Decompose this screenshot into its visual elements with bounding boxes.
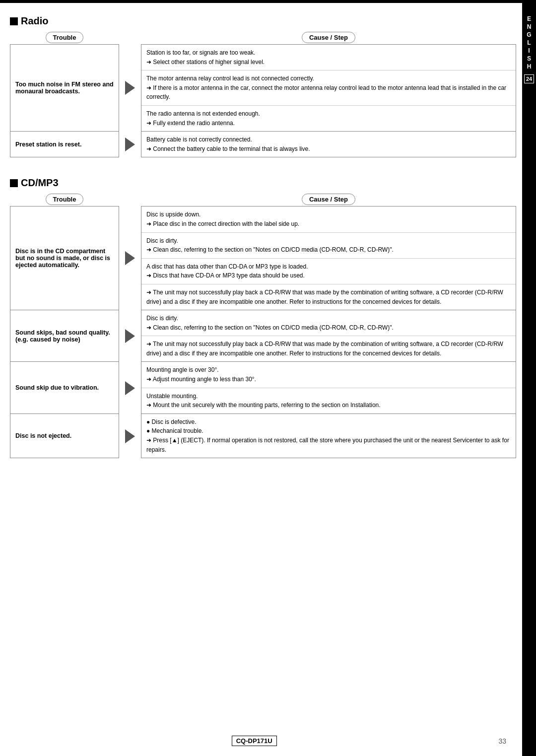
radio-header-row: Trouble Cause / Step [10, 32, 516, 43]
radio-cause-2-1-normal: Battery cable is not correctly connected… [146, 136, 252, 143]
cdmp3-cause-1-2-normal: Disc is dirty. [146, 237, 178, 244]
cdmp3-trouble-3: Sound skip due to vibration. [10, 362, 119, 413]
cdmp3-cause-2-1-normal: Disc is dirty. [146, 315, 178, 322]
cdmp3-row-2: Sound skips, bad sound quality. (e.g. ca… [10, 310, 516, 362]
cdmp3-cause-1-2: Disc is dirty. ➜ Clean disc, referring t… [141, 233, 516, 259]
radio-cause-1-3-bold: ➜ Fully extend the radio antenna. [146, 120, 235, 127]
side-tab-letter-s: S [527, 55, 531, 63]
cdmp3-cause-3-2-normal: Unstable mounting. [146, 393, 198, 400]
cdmp3-cause-4-1: ● Disc is defective. ● Mechanical troubl… [141, 414, 516, 458]
cdmp3-cause-label: Cause / Step [302, 194, 355, 205]
cdmp3-title-text: CD/MP3 [21, 177, 59, 189]
cdmp3-cause-3-1-bold: ➜ Adjust mounting angle to less than 30°… [146, 376, 256, 383]
radio-section: Radio Trouble Cause / Step Too much nois… [10, 15, 516, 157]
arrow-triangle-icon-3 [125, 251, 135, 265]
cdmp3-cause-3-2: Unstable mounting. ➜ Mount the unit secu… [141, 388, 516, 413]
cdmp3-cause-4-1-bold: ➜ Press [▲] (EJECT). If normal operation… [146, 437, 509, 453]
radio-row-1: Too much noise in FM stereo and monaural… [10, 44, 516, 132]
cdmp3-cause-4-1-bullet2: ● Mechanical trouble. [146, 427, 203, 434]
radio-trouble-label: Trouble [46, 32, 84, 43]
radio-title-square [10, 17, 18, 25]
radio-cause-1-3-normal: The radio antenna is not extended enough… [146, 110, 260, 117]
cdmp3-cause-1-4: ➜ The unit may not successfully play bac… [141, 284, 516, 310]
cdmp3-cause-1-3: A disc that has data other than CD-DA or… [141, 259, 516, 284]
cdmp3-cause-2-2: ➜ The unit may not successfully play bac… [141, 336, 516, 361]
cdmp3-cause-1-2-bold: ➜ Clean disc, referring to the section o… [146, 246, 394, 253]
cdmp3-causes-3: Mounting angle is over 30°. ➜ Adjust mou… [141, 362, 516, 413]
radio-arrow-1 [119, 44, 141, 132]
radio-cause-header: Cause / Step [141, 32, 516, 43]
page-number: 33 [498, 737, 506, 745]
side-tab-letter-l: L [527, 39, 531, 47]
radio-cause-2-1: Battery cable is not correctly connected… [141, 132, 516, 157]
cdmp3-trouble-1: Disc is in the CD compartment but no sou… [10, 206, 119, 310]
radio-trouble-1-text: Too much noise in FM stereo and monaural… [15, 81, 114, 95]
cdmp3-cause-2-2-bold: ➜ The unit may not successfully play bac… [146, 341, 503, 357]
cdmp3-cause-1-1: Disc is upside down. ➜ Place disc in the… [141, 206, 516, 232]
cdmp3-cause-2-1: Disc is dirty. ➜ Clean disc, referring t… [141, 310, 516, 336]
cdmp3-cause-1-4-bold: ➜ The unit may not successfully play bac… [146, 289, 503, 305]
arrow-triangle-icon-5 [125, 381, 135, 395]
cdmp3-row-1: Disc is in the CD compartment but no sou… [10, 206, 516, 310]
arrow-triangle-icon [125, 81, 135, 95]
side-tab-letter-e: E [527, 15, 531, 23]
cdmp3-row-4: Disc is not ejected. ● Disc is defective… [10, 414, 516, 458]
cdmp3-row-3: Sound skip due to vibration. Mounting an… [10, 362, 516, 413]
cdmp3-trouble-label: Trouble [46, 194, 84, 205]
side-tab-letter-i: I [528, 47, 530, 55]
cdmp3-causes-4: ● Disc is defective. ● Mechanical troubl… [141, 414, 516, 458]
model-number: CQ-DP171U [232, 736, 277, 746]
cdmp3-section-title: CD/MP3 [10, 177, 516, 189]
cdmp3-cause-3-2-bold: ➜ Mount the unit securely with the mount… [146, 402, 381, 409]
side-tab-letter-h: H [527, 63, 532, 70]
cdmp3-trouble-header: Trouble [10, 194, 119, 205]
arrow-triangle-icon-6 [125, 429, 135, 443]
side-tab-letter-g: G [527, 31, 531, 39]
page-footer: CQ-DP171U 33 [0, 736, 516, 746]
radio-cause-1-1-normal: Station is too far, or signals are too w… [146, 49, 255, 56]
cdmp3-trouble-2: Sound skips, bad sound quality. (e.g. ca… [10, 310, 119, 362]
radio-cause-1-2-bold: ➜ If there is a motor antenna in the car… [146, 84, 506, 101]
radio-trouble-1: Too much noise in FM stereo and monaural… [10, 44, 119, 132]
radio-causes-2: Battery cable is not correctly connected… [141, 132, 516, 157]
side-tab-letters: E N G L I S H 24 [524, 15, 534, 83]
side-tab-letter-n: N [527, 23, 532, 31]
arrow-triangle-icon-4 [125, 329, 135, 343]
cdmp3-trouble-4: Disc is not ejected. [10, 414, 119, 458]
cdmp3-cause-1-1-normal: Disc is upside down. [146, 211, 201, 218]
radio-cause-1-2-normal: The motor antenna relay control lead is … [146, 75, 314, 82]
radio-section-title: Radio [10, 15, 516, 27]
cdmp3-title-square [10, 179, 18, 187]
radio-title-text: Radio [21, 15, 49, 27]
top-border-decoration [0, 0, 536, 3]
cdmp3-cause-1-3-bold: ➜ Discs that have CD-DA or MP3 type data… [146, 272, 305, 279]
radio-trouble-2-text: Preset station is reset. [15, 141, 81, 148]
cdmp3-cause-3-1: Mounting angle is over 30°. ➜ Adjust mou… [141, 362, 516, 388]
cdmp3-header-row: Trouble Cause / Step [10, 194, 516, 205]
cdmp3-arrow-3 [119, 362, 141, 413]
side-tab-number: 24 [524, 74, 534, 83]
radio-arrow-2 [119, 132, 141, 157]
cdmp3-trouble-2-text: Sound skips, bad sound quality. (e.g. ca… [15, 329, 114, 343]
radio-row-2: Preset station is reset. Battery cable i… [10, 132, 516, 157]
cdmp3-trouble-4-text: Disc is not ejected. [15, 432, 71, 439]
radio-cause-2-1-bold: ➜ Connect the battery cable to the termi… [146, 145, 310, 152]
cdmp3-arrow-1 [119, 206, 141, 310]
radio-cause-1-1: Station is too far, or signals are too w… [141, 45, 516, 70]
radio-trouble-header: Trouble [10, 32, 119, 43]
cdmp3-trouble-1-text: Disc is in the CD compartment but no sou… [15, 248, 114, 269]
main-content: Radio Trouble Cause / Step Too much nois… [10, 10, 516, 493]
radio-causes-1: Station is too far, or signals are too w… [141, 44, 516, 132]
radio-trouble-2: Preset station is reset. [10, 132, 119, 157]
side-tab: E N G L I S H 24 [522, 0, 536, 756]
arrow-triangle-icon-2 [125, 137, 135, 151]
radio-cause-1-1-bold: ➜ Select other stations of higher signal… [146, 59, 265, 66]
cdmp3-causes-2: Disc is dirty. ➜ Clean disc, referring t… [141, 310, 516, 362]
cdmp3-section: CD/MP3 Trouble Cause / Step Disc is in t… [10, 177, 516, 458]
cdmp3-cause-4-1-bullet1: ● Disc is defective. [146, 418, 197, 425]
cdmp3-causes-1: Disc is upside down. ➜ Place disc in the… [141, 206, 516, 310]
cdmp3-cause-2-1-bold: ➜ Clean disc, referring to the section o… [146, 324, 394, 331]
radio-cause-1-3: The radio antenna is not extended enough… [141, 106, 516, 131]
radio-cause-label: Cause / Step [302, 32, 355, 43]
cdmp3-cause-1-1-bold: ➜ Place disc in the correct direction wi… [146, 220, 299, 227]
